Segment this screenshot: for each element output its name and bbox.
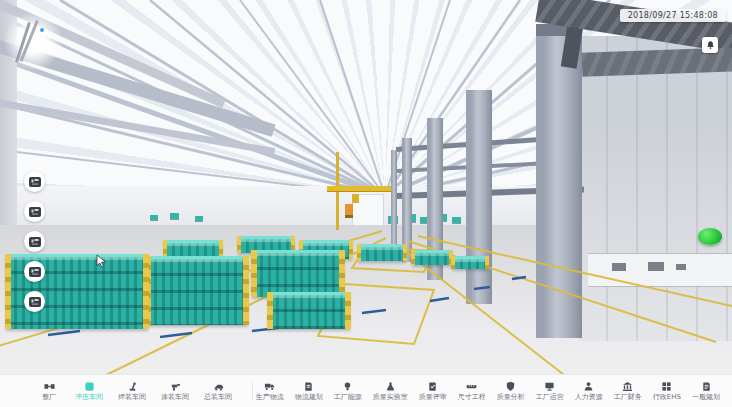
toolbar-divider: [252, 381, 253, 401]
distant-equipment: [150, 215, 158, 220]
toolbar-item-factory-energy[interactable]: 工厂能源: [334, 381, 362, 401]
toolbar-item-label: 工厂财务: [614, 394, 642, 401]
shield-icon: [505, 381, 516, 392]
toolbar-item-label: 一般规划: [692, 394, 720, 401]
die-rack: [252, 250, 344, 297]
bulb-icon: [342, 381, 353, 392]
press-viewpoint-icon: [29, 237, 41, 247]
welding-robot-icon: [127, 381, 138, 392]
viewpoint-button[interactable]: [24, 291, 45, 312]
toolbar-item-label: 尺寸工程: [458, 394, 486, 401]
bank-icon: [622, 381, 633, 392]
flask-icon: [385, 381, 396, 392]
toolbar-item-quality-analysis[interactable]: 质量分析: [497, 381, 525, 401]
ruler-icon: [466, 381, 477, 392]
window: [676, 264, 686, 270]
timestamp-text: 2018/09/27 15:48:08: [628, 11, 718, 20]
toolbar-item-quality-lab[interactable]: 质量实验室: [373, 381, 408, 401]
toolbar-item-label: 工厂运营: [536, 394, 564, 401]
viewpoint-button[interactable]: [24, 171, 45, 192]
steel-column: [391, 150, 397, 248]
toolbar-item-ehs-admin[interactable]: 行政EHS: [653, 381, 681, 401]
toolbar-item-label: 总装车间: [204, 394, 232, 401]
toolbar-item-label: 涂装车间: [161, 394, 189, 401]
factory-3d-scene[interactable]: [0, 0, 732, 407]
die-rack: [146, 256, 248, 325]
die-rack: [358, 244, 406, 261]
toolbar-item-general-planning[interactable]: 一般规划: [692, 381, 720, 401]
bell-icon: [706, 40, 715, 50]
distant-equipment: [170, 213, 179, 219]
viewpoint-button[interactable]: [24, 231, 45, 252]
toolbar-item-logistics-planning[interactable]: 物流规划: [295, 381, 323, 401]
toolbar-item-label: 质量分析: [497, 394, 525, 401]
press-viewpoint-icon: [29, 267, 41, 277]
die-rack: [268, 292, 350, 329]
distant-equipment: [452, 217, 461, 223]
window: [648, 262, 664, 271]
toolbar-item-painting-shop[interactable]: 涂装车间: [161, 381, 189, 401]
distant-equipment: [195, 216, 203, 221]
window: [612, 263, 626, 271]
toolbar-item-label: 物流规划: [295, 394, 323, 401]
toolbar-item-label: 生产物流: [256, 394, 284, 401]
toolbar-item-factory-operations[interactable]: 工厂运营: [536, 381, 564, 401]
document-icon: [303, 381, 314, 392]
ceiling-light-glow: [2, 12, 64, 70]
toolbar-item-welding-shop[interactable]: 焊装车间: [118, 381, 146, 401]
viewpoint-button[interactable]: [24, 201, 45, 222]
digital-factory-app: 2018/09/27 15:48:08 整厂: [0, 0, 732, 407]
bottom-toolbar: 整厂 冲压车间 焊装车间 涂装车间 总装车间 生产物流: [0, 374, 732, 407]
toolbar-item-label: 焊装车间: [118, 394, 146, 401]
factory-layout-icon: [44, 381, 55, 392]
review-doc-icon: [427, 381, 438, 392]
module-nav-group: 生产物流 物流规划 工厂能源 质量实验室 质量评审 尺寸工程: [256, 381, 720, 401]
signal-lamp: [40, 28, 44, 32]
person-icon: [583, 381, 594, 392]
toolbar-item-label: 质量评审: [419, 394, 447, 401]
timestamp: 2018/09/27 15:48:08: [620, 9, 726, 22]
toolbar-item-dimensional-engineering[interactable]: 尺寸工程: [458, 381, 486, 401]
file-icon: [701, 381, 712, 392]
forklift: [345, 204, 353, 218]
toolbar-item-label: 整厂: [42, 394, 56, 401]
car-icon: [213, 381, 224, 392]
yellow-gantry-crane: [327, 186, 397, 192]
steel-column: [536, 24, 582, 338]
press-viewpoint-icon: [29, 207, 41, 217]
toolbar-item-label: 行政EHS: [653, 394, 681, 401]
toolbar-item-quality-review[interactable]: 质量评审: [419, 381, 447, 401]
viewpoint-buttons: [24, 171, 45, 312]
toolbar-item-label: 质量实验室: [373, 394, 408, 401]
steel-column: [466, 90, 492, 304]
press-viewpoint-icon: [29, 297, 41, 307]
toolbar-item-label: 人力资源: [575, 394, 603, 401]
green-agv: [698, 228, 722, 245]
stamping-workshop-icon: [84, 381, 95, 392]
toolbar-item-assembly-shop[interactable]: 总装车间: [204, 381, 232, 401]
toolbar-item-label: 工厂能源: [334, 394, 362, 401]
truck-icon: [264, 381, 275, 392]
monitor-icon: [544, 381, 555, 392]
toolbar-item-label: 冲压车间: [75, 394, 103, 401]
die-rack: [412, 250, 452, 265]
viewpoint-button[interactable]: [24, 261, 45, 282]
right-wall: [578, 36, 732, 341]
toolbar-item-human-resources[interactable]: 人力资源: [575, 381, 603, 401]
toolbar-item-production-logistics[interactable]: 生产物流: [256, 381, 284, 401]
toolbar-item-stamping-shop[interactable]: 冲压车间: [75, 381, 103, 401]
die-rack: [452, 256, 488, 269]
spray-gun-icon: [170, 381, 181, 392]
notification-button[interactable]: [702, 37, 718, 53]
grid-icon: [661, 381, 672, 392]
press-viewpoint-icon: [29, 177, 41, 187]
workshop-nav-group: 整厂 冲压车间 焊装车间 涂装车间 总装车间: [38, 381, 232, 401]
toolbar-item-factory-finance[interactable]: 工厂财务: [614, 381, 642, 401]
toolbar-item-whole-plant[interactable]: 整厂: [38, 381, 60, 401]
crane-hoist: [352, 194, 359, 203]
